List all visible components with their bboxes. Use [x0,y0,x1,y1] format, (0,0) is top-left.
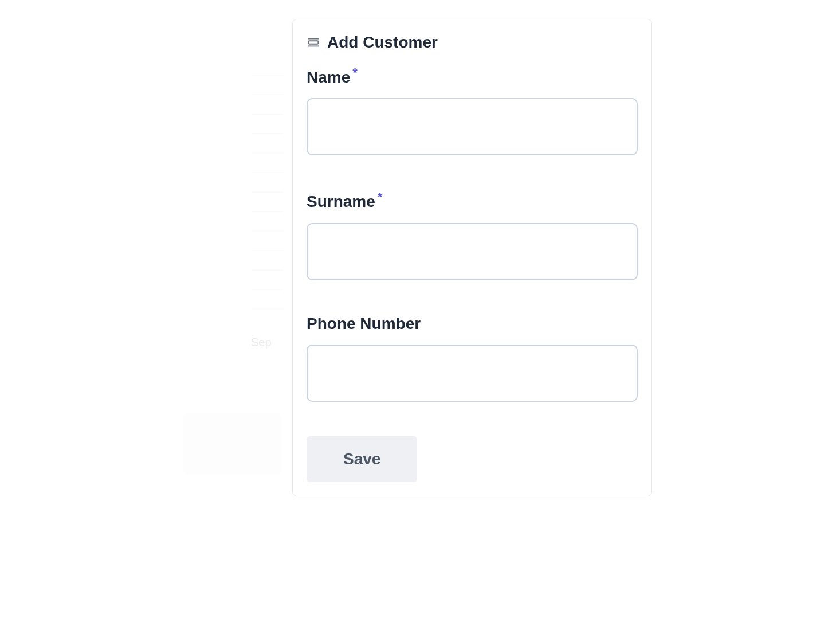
phone-label-text: Phone Number [307,315,421,332]
phone-label: Phone Number [307,315,638,333]
background-card [183,413,281,475]
add-customer-drawer: Add Customer Name* Surname* Phone Number… [292,19,652,496]
save-button[interactable]: Save [307,436,417,482]
svg-rect-1 [309,41,319,44]
phone-input[interactable] [307,345,638,402]
name-label-text: Name [307,68,350,86]
drawer-header: Add Customer [307,33,638,52]
name-label: Name* [307,65,638,87]
surname-label-text: Surname [307,193,375,211]
surname-input[interactable] [307,223,638,280]
phone-field-group: Phone Number [307,315,638,402]
background-faded-content: Sep [0,0,292,626]
required-star-icon: * [378,190,383,204]
drawer-title: Add Customer [327,33,438,52]
surname-label: Surname* [307,190,638,211]
required-star-icon: * [352,65,358,80]
form-icon [307,36,320,49]
surname-field-group: Surname* [307,190,638,280]
name-field-group: Name* [307,65,638,155]
name-input[interactable] [307,98,638,155]
background-month-label: Sep [251,336,272,349]
